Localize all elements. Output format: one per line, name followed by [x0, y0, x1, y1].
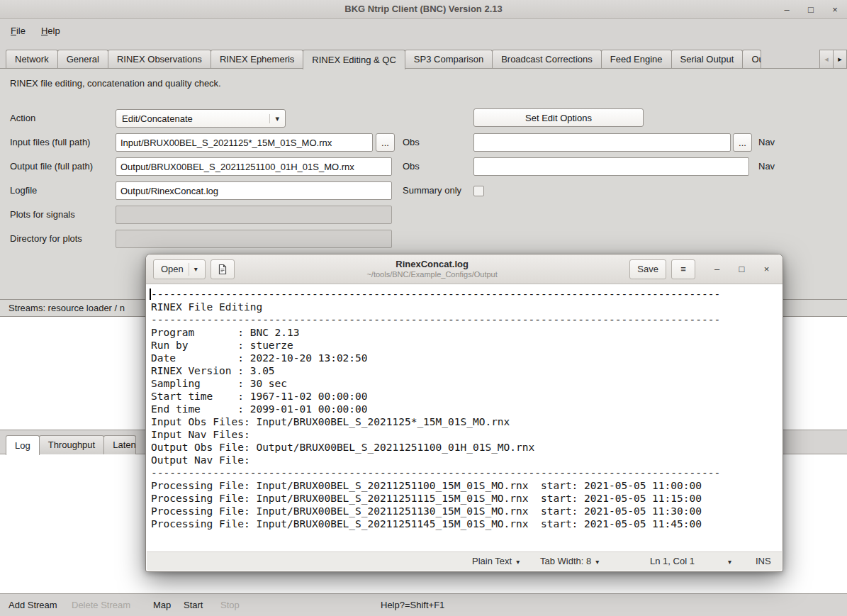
tab-feed-engine[interactable]: Feed Engine [601, 50, 672, 69]
chevron-down-icon: ▾ [194, 265, 198, 273]
bottom-toolbar: Add Stream Delete Stream Map Start Stop … [0, 594, 847, 616]
menu-button[interactable]: ≡ [671, 259, 695, 279]
summary-only-label: Summary only [403, 181, 461, 200]
maximize-icon[interactable]: □ [806, 4, 816, 15]
insert-mode-indicator[interactable]: INS [756, 556, 771, 566]
summary-only-checkbox[interactable] [473, 186, 484, 196]
logfile-field[interactable] [116, 181, 392, 200]
editor-subtitle: ~/tools/BNC/Example_Configs/Output [235, 270, 630, 279]
open-button-label: Open [161, 264, 184, 274]
tab-scroll-buttons: ◂ ▸ [820, 50, 847, 69]
tab-network[interactable]: Network [6, 50, 58, 69]
menu-help[interactable]: Help [35, 23, 67, 39]
minimize-icon[interactable]: – [712, 264, 722, 274]
tab-serial-output[interactable]: Serial Output [671, 50, 744, 69]
output-nav-field[interactable] [473, 157, 749, 176]
add-stream-button[interactable]: Add Stream [9, 600, 57, 610]
editor-statusbar: Plain Text▾ Tab Width: 8▾ Ln 1, Col 1 ▾ … [147, 551, 782, 571]
tab-broadcast-corrections[interactable]: Broadcast Corrections [492, 50, 602, 69]
help-hint: Help?=Shift+F1 [381, 600, 444, 610]
input-obs-caption: Obs [403, 133, 420, 152]
action-select[interactable]: Edit/Concatenate ▾ [116, 109, 286, 128]
chevron-down-icon: ▾ [595, 558, 599, 566]
editor-headerbar[interactable]: Open ▾ RinexConcat.log ~/tools/BNC/Examp… [146, 254, 783, 284]
tab-rinex-ephemeris[interactable]: RINEX Ephemeris [211, 50, 303, 69]
menubar: File Help [0, 20, 847, 41]
close-icon[interactable]: × [830, 4, 840, 15]
tab-rinex-observations[interactable]: RINEX Observations [108, 50, 211, 69]
window-title: BKG Ntrip Client (BNC) Version 2.13 [0, 4, 847, 14]
set-edit-options-button[interactable]: Set Edit Options [473, 108, 644, 127]
editor-title: RinexConcat.log [235, 259, 630, 270]
tab-throughput[interactable]: Throughput [39, 435, 105, 454]
maximize-icon[interactable]: □ [737, 264, 746, 274]
tab-log[interactable]: Log [6, 435, 40, 455]
language-label: Plain Text [472, 556, 512, 566]
new-document-icon [218, 264, 228, 275]
tab-sp3-comparison[interactable]: SP3 Comparison [405, 50, 493, 69]
plots-directory-label: Directory for plots [10, 230, 82, 248]
output-nav-caption: Nav [758, 157, 775, 176]
input-nav-browse-button[interactable]: ... [733, 133, 752, 152]
editor-title-area: RinexConcat.log ~/tools/BNC/Example_Conf… [235, 259, 630, 279]
plots-signals-label: Plots for signals [10, 206, 75, 224]
cursor-position[interactable]: Ln 1, Col 1 [650, 556, 695, 566]
open-button[interactable]: Open ▾ [153, 259, 206, 279]
input-files-label: Input files (full path) [10, 133, 90, 152]
text-cursor [150, 289, 151, 300]
titlebar[interactable]: BKG Ntrip Client (BNC) Version 2.13 – □ … [0, 0, 847, 19]
menu-file[interactable]: File [4, 23, 32, 39]
action-label: Action [10, 109, 35, 128]
chevron-down-icon: ▾ [269, 114, 279, 123]
input-nav-caption: Nav [758, 133, 775, 152]
pane-description: RINEX file editing, concatenation and qu… [10, 78, 221, 89]
language-selector[interactable]: Plain Text▾ [472, 556, 520, 566]
tab-scroll-left-icon[interactable]: ◂ [819, 50, 834, 69]
input-nav-field[interactable] [473, 133, 731, 152]
chevron-down-icon: ▾ [516, 558, 520, 566]
tab-latency[interactable]: Laten [103, 435, 136, 454]
tab-width-label: Tab Width: 8 [540, 556, 591, 566]
tab-rinex-editing-qc[interactable]: RINEX Editing & QC [303, 50, 405, 69]
tab-outages[interactable]: Ou [742, 50, 761, 69]
stop-button: Stop [220, 600, 240, 610]
close-icon[interactable]: × [762, 264, 771, 274]
input-obs-field[interactable] [116, 133, 373, 152]
input-obs-browse-button[interactable]: ... [376, 133, 395, 152]
plots-signals-field [116, 206, 392, 224]
editor-text-area[interactable]: ----------------------------------------… [147, 284, 782, 551]
output-obs-field[interactable] [116, 157, 392, 176]
save-button[interactable]: Save [629, 259, 666, 279]
log-file-content[interactable]: ----------------------------------------… [147, 284, 782, 530]
button-separator [189, 263, 189, 276]
minimize-icon[interactable]: – [782, 4, 792, 15]
logfile-label: Logfile [10, 181, 37, 200]
start-button[interactable]: Start [184, 600, 203, 610]
map-button[interactable]: Map [153, 600, 171, 610]
output-file-label: Output file (full path) [10, 157, 93, 176]
action-selected-value: Edit/Concatenate [122, 113, 265, 124]
editor-window: Open ▾ RinexConcat.log ~/tools/BNC/Examp… [145, 254, 783, 572]
tab-scroll-right-icon[interactable]: ▸ [833, 50, 847, 69]
bottom-tabbar: Log Throughput Laten [6, 435, 135, 454]
delete-stream-button: Delete Stream [72, 600, 130, 610]
new-document-button[interactable] [211, 259, 235, 279]
plots-directory-field [116, 230, 392, 248]
streams-header-text: Streams: resource loader / n [9, 303, 125, 313]
hamburger-icon: ≡ [680, 264, 686, 274]
tab-general[interactable]: General [57, 50, 108, 69]
tab-width-selector[interactable]: Tab Width: 8▾ [540, 556, 599, 566]
output-obs-caption: Obs [403, 157, 420, 176]
chevron-down-icon[interactable]: ▾ [728, 558, 731, 566]
main-tabbar: Network General RINEX Observations RINEX… [6, 49, 847, 69]
